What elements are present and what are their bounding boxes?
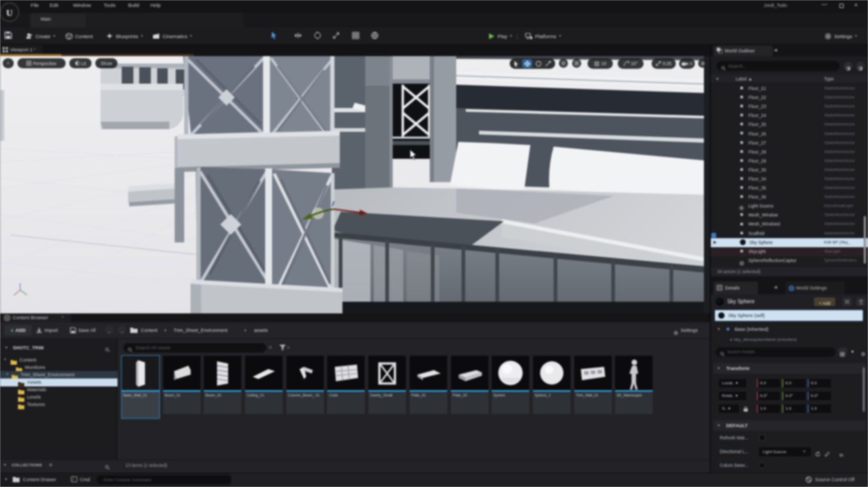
svg-text:U: U xyxy=(6,8,13,18)
